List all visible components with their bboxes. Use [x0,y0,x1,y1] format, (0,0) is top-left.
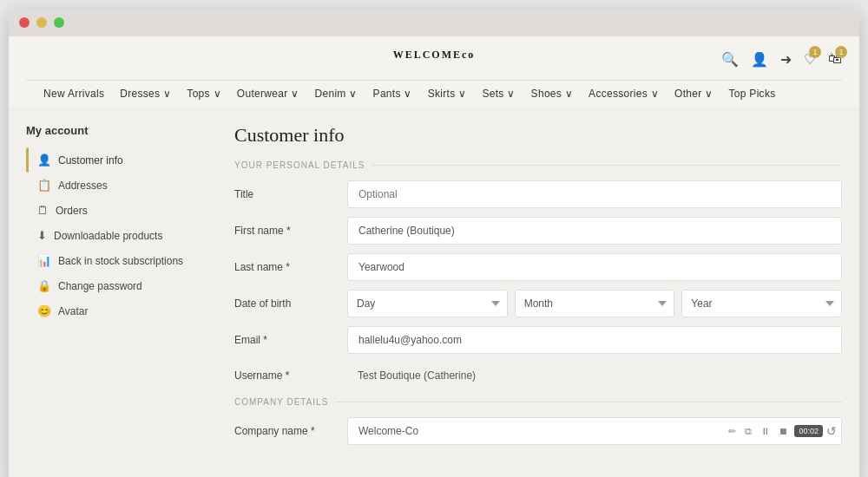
header-top: WELCOMEco 🔍 👤 ➜ ♡ 1 🛍 1 [26,45,842,80]
sidebar-item-change-password[interactable]: 🔒 Change password [26,273,217,298]
nav-item-new-arrivals[interactable]: New Arrivals [43,88,104,100]
title-label: Title [234,188,339,200]
edit-icon[interactable]: ✏ [726,424,739,439]
nav-item-denim[interactable]: Denim ∨ [314,88,357,100]
nav-item-pants[interactable]: Pants ∨ [373,88,412,100]
page-title: Customer info [234,124,842,147]
sidebar-item-customer-info[interactable]: 👤 Customer info [26,147,217,173]
wishlist-icon[interactable]: ♡ 1 [804,51,816,68]
lock-icon: 🔒 [37,279,51,292]
company-name-row: Company name * ✏ ⧉ ⏸ ⏹ 00:02 ↺ [234,417,842,445]
sidebar-title: My account [26,124,217,137]
first-name-row: First name * [234,217,842,245]
main-content: My account 👤 Customer info 📋 Addresses 🗒… [9,107,859,477]
browser-window: WELCOMEco 🔍 👤 ➜ ♡ 1 🛍 1 [9,9,859,477]
nav-item-shoes[interactable]: Shoes ∨ [531,88,573,100]
company-input-wrapper: ✏ ⧉ ⏸ ⏹ 00:02 ↺ [347,417,842,445]
site-header: WELCOMEco 🔍 👤 ➜ ♡ 1 🛍 1 [9,36,859,107]
dob-year-select[interactable]: Year [681,290,842,317]
company-section-label: COMPANY DETAILS [234,397,842,407]
sidebar-item-orders[interactable]: 🗒 Orders [26,198,217,223]
download-icon: ⬇ [37,229,47,242]
title-row: Title [234,180,842,208]
email-label: Email * [234,334,339,346]
nav-item-sets[interactable]: Sets ∨ [482,88,515,100]
arrow-icon[interactable]: ➜ [780,51,792,68]
user-icon[interactable]: 👤 [751,51,768,68]
refresh-icon[interactable]: ↺ [826,424,837,439]
username-label: Username * [234,369,339,382]
wishlist-badge: 1 [809,46,821,58]
user-sidebar-icon: 👤 [37,154,51,167]
header-icons: 🔍 👤 ➜ ♡ 1 🛍 1 [570,51,842,68]
nav-item-top-picks[interactable]: Top Picks [728,88,775,100]
company-toolbar: ✏ ⧉ ⏸ ⏹ 00:02 ↺ [726,424,837,439]
nav-item-accessories[interactable]: Accessories ∨ [589,88,659,100]
last-name-row: Last name * [234,253,842,281]
title-input[interactable] [347,180,842,208]
search-icon[interactable]: 🔍 [721,51,739,68]
maximize-button[interactable] [54,17,64,28]
address-icon: 📋 [37,179,51,192]
browser-content: WELCOMEco 🔍 👤 ➜ ♡ 1 🛍 1 [9,36,859,477]
username-value: Test Boutique (Catherine) [347,363,842,389]
cart-icon[interactable]: 🛍 1 [828,51,842,67]
page-content: Customer info YOUR PERSONAL DETAILS Titl… [234,124,842,468]
orders-icon: 🗒 [37,204,49,217]
last-name-input[interactable] [347,253,842,281]
sidebar-item-avatar[interactable]: 😊 Avatar [26,298,217,323]
stop-icon[interactable]: ⏹ [776,424,791,438]
browser-titlebar [9,9,859,36]
pause-icon[interactable]: ⏸ [758,424,773,438]
minimize-button[interactable] [36,17,47,28]
dob-selects: Day Month Year [347,290,842,317]
copy-icon[interactable]: ⧉ [742,424,754,439]
sidebar: My account 👤 Customer info 📋 Addresses 🗒… [26,124,217,468]
email-row: Email * [234,326,842,354]
first-name-label: First name * [234,225,339,237]
timer-display: 00:02 [794,425,823,437]
sidebar-menu: 👤 Customer info 📋 Addresses 🗒 Orders ⬇ D… [26,147,217,323]
nav-item-skirts[interactable]: Skirts ∨ [428,88,467,100]
dob-row: Date of birth Day Month Year [234,290,842,317]
stock-icon: 📊 [37,254,51,267]
company-name-label: Company name * [234,425,339,437]
username-row: Username * Test Boutique (Catherine) [234,363,842,389]
sidebar-item-addresses[interactable]: 📋 Addresses [26,173,217,198]
last-name-label: Last name * [234,261,339,273]
nav-item-outerwear[interactable]: Outerwear ∨ [237,88,299,100]
personal-section-label: YOUR PERSONAL DETAILS [234,160,842,170]
dob-month-select[interactable]: Month [515,290,675,317]
sidebar-item-back-in-stock[interactable]: 📊 Back in stock subscriptions [26,248,217,273]
nav-item-dresses[interactable]: Dresses ∨ [120,88,171,100]
nav-item-other[interactable]: Other ∨ [674,88,713,100]
sidebar-item-downloadable[interactable]: ⬇ Downloadable products [26,223,217,248]
email-input[interactable] [347,326,842,354]
dob-day-select[interactable]: Day [347,290,508,317]
site-nav: New Arrivals Dresses ∨ Tops ∨ Outerwear … [26,80,842,107]
site-logo[interactable]: WELCOMEco [298,45,569,73]
cart-badge: 1 [835,46,847,58]
dob-label: Date of birth [234,297,339,310]
first-name-input[interactable] [347,217,842,245]
avatar-icon: 😊 [37,304,51,317]
nav-item-tops[interactable]: Tops ∨ [187,88,220,100]
close-button[interactable] [19,17,30,28]
